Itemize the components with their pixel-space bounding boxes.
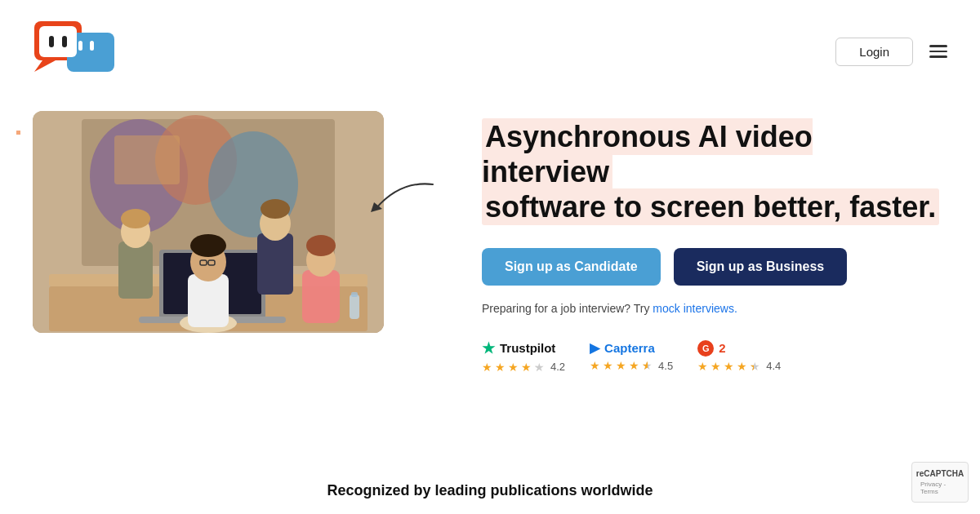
svg-rect-30 <box>257 233 293 295</box>
svg-point-29 <box>121 209 150 228</box>
capterra-stars: ★ ★ ★ ★ ★★ 4.5 <box>590 359 673 372</box>
svg-point-32 <box>261 199 290 219</box>
signup-candidate-button[interactable]: Sign up as Candidate <box>482 248 661 286</box>
svg-rect-7 <box>78 41 82 51</box>
svg-marker-1 <box>34 60 56 72</box>
svg-rect-6 <box>62 36 67 47</box>
trustpilot-star-icon: ★ <box>482 339 495 357</box>
star-1: ★ <box>482 361 492 374</box>
capterra-score: 4.5 <box>658 360 673 372</box>
hero-cta: Asynchronous AI video interview software… <box>482 111 947 374</box>
trustpilot-rating: ★ Trustpilot ★ ★ ★ ★ ★★ 4.2 <box>482 339 565 374</box>
star-3: ★ <box>508 361 519 374</box>
logo[interactable] <box>33 15 122 88</box>
trustpilot-score: 4.2 <box>550 361 565 373</box>
trustpilot-brand: ★ Trustpilot <box>482 339 555 357</box>
svg-rect-33 <box>302 270 340 323</box>
main-content: Asynchronous AI video interview software… <box>0 111 980 374</box>
ratings-section: ★ Trustpilot ★ ★ ★ ★ ★★ 4.2 ▶ <box>482 339 947 374</box>
logo-icon <box>33 15 122 88</box>
svg-rect-4 <box>39 26 77 57</box>
people-illustration <box>33 111 384 333</box>
recaptcha-label: reCAPTCHA <box>916 469 964 478</box>
star-2: ★ <box>495 361 506 374</box>
headline-highlighted: Asynchronous AI video interview <box>482 118 813 190</box>
g2-icon: G <box>697 340 714 357</box>
capterra-icon: ▶ <box>590 340 599 356</box>
signup-business-button[interactable]: Sign up as Business <box>674 248 847 286</box>
recaptcha-badge: reCAPTCHA Privacy - Terms <box>911 462 969 503</box>
trustpilot-stars: ★ ★ ★ ★ ★★ 4.2 <box>482 361 565 374</box>
hamburger-menu[interactable] <box>929 45 947 58</box>
cta-buttons: Sign up as Candidate Sign up as Business <box>482 248 947 286</box>
capterra-rating: ▶ Capterra ★ ★ ★ ★ ★★ 4.5 <box>590 340 673 372</box>
recaptcha-subtext: Privacy - Terms <box>920 481 960 495</box>
g2-rating: G 2 ★ ★ ★ ★ ★★ 4.4 <box>697 340 781 373</box>
g2-brand: G 2 <box>697 340 725 357</box>
header-actions: Login <box>835 38 947 66</box>
svg-rect-36 <box>350 295 359 319</box>
svg-rect-21 <box>188 274 229 327</box>
hero-headline: Asynchronous AI video interview software… <box>482 119 947 225</box>
svg-rect-8 <box>90 41 94 51</box>
login-button[interactable]: Login <box>835 38 913 66</box>
mock-interviews-link[interactable]: mock interviews. <box>653 302 737 315</box>
headline-part2: software to screen better, faster. <box>482 188 939 225</box>
svg-point-26 <box>190 234 226 257</box>
mock-interview-text: Preparing for a job interview? Try mock … <box>482 302 947 315</box>
svg-rect-37 <box>351 292 358 297</box>
svg-rect-5 <box>49 36 54 47</box>
hero-image <box>33 111 384 333</box>
svg-rect-14 <box>114 135 180 184</box>
header: Login <box>0 0 980 103</box>
svg-point-35 <box>306 235 336 256</box>
svg-marker-3 <box>105 72 122 80</box>
svg-rect-27 <box>118 241 153 299</box>
g2-score: 4.4 <box>766 360 781 372</box>
star-4: ★ <box>521 361 532 374</box>
bottom-publications-text: Recognized by leading publications world… <box>327 482 653 499</box>
star-5: ★★ <box>534 361 545 374</box>
g2-stars: ★ ★ ★ ★ ★★ 4.4 <box>697 360 781 373</box>
capterra-brand: ▶ Capterra <box>590 340 655 356</box>
